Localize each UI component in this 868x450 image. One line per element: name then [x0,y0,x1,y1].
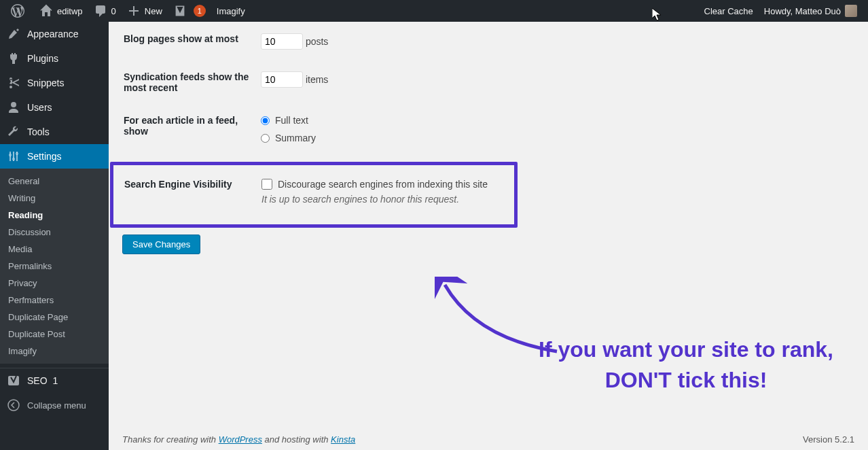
plus-icon [127,4,141,18]
svg-point-2 [16,152,18,155]
submenu-writing[interactable]: Writing [0,190,109,207]
account-link[interactable]: Howdy, Matteo Duò [759,0,863,22]
feed-full-text-radio[interactable] [261,116,270,125]
svg-point-4 [8,400,19,411]
settings-submenu: General Writing Reading Discussion Media… [0,169,109,364]
menu-appearance[interactable]: Appearance [0,22,109,46]
new-label: New [145,6,162,16]
feed-summary-radio[interactable] [261,134,270,143]
menu-label: Tools [27,126,50,137]
footer-version: Version 5.2.1 [803,434,854,445]
highlight-annotation-box: Search Engine Visibility Discourage sear… [110,162,518,228]
yoast-icon [7,374,20,387]
menu-snippets[interactable]: Snippets [0,71,109,95]
plug-icon [7,52,20,65]
feed-summary-label: Summary [275,133,316,143]
collapse-icon [7,398,20,412]
blog-pages-label: Blog pages show at most [124,23,259,60]
blog-pages-suffix: posts [306,36,328,47]
clear-cache-link[interactable]: Clear Cache [699,0,759,22]
blog-pages-input[interactable] [261,33,303,50]
submenu-general[interactable]: General [0,173,109,190]
menu-label: Plugins [27,53,58,64]
footer-thanks: Thanks for creating with WordPress and h… [122,434,355,445]
submenu-duplicate-page[interactable]: Duplicate Page [0,309,109,326]
imagify-link[interactable]: Imagify [211,0,251,22]
visibility-label: Search Engine Visibility [124,172,260,215]
visibility-note: It is up to search engines to honor this… [261,194,496,205]
comment-icon [94,4,107,18]
seo-badge: 1 [53,375,58,386]
menu-label: Users [27,102,52,113]
svg-point-1 [12,158,15,160]
clear-cache-label: Clear Cache [704,6,753,16]
submenu-discussion[interactable]: Discussion [0,224,109,241]
visibility-checkbox-label: Discourage search engines from indexing … [278,179,488,190]
settings-reading-page: Blog pages show at most posts Syndicatio… [109,22,868,450]
sliders-icon [7,150,20,163]
brush-icon [7,27,20,41]
wordpress-icon [11,4,24,18]
menu-seo[interactable]: SEO 1 [0,368,109,393]
menu-label: Settings [27,151,62,162]
svg-point-0 [9,154,12,156]
admin-sidebar: Appearance Plugins Snippets Users Tools … [0,22,109,450]
menu-settings[interactable]: Settings [0,144,109,169]
wrench-icon [7,125,20,139]
site-name: editwp [57,6,83,16]
comments-count: 0 [111,6,116,16]
feed-full-text-label: Full text [275,115,308,126]
updates-link[interactable]: 1 [168,0,211,22]
avatar [845,5,857,17]
user-icon [7,101,20,114]
menu-label: SEO [27,375,48,386]
menu-users[interactable]: Users [0,95,109,120]
submenu-media[interactable]: Media [0,241,109,258]
home-icon [39,4,53,18]
syndication-label: Syndication feeds show the most recent [124,61,259,103]
updates-badge: 1 [194,5,206,17]
submenu-privacy[interactable]: Privacy [0,275,109,292]
wp-logo[interactable] [5,0,34,22]
collapse-label: Collapse menu [27,400,86,411]
site-name-link[interactable]: editwp [34,0,88,22]
syndication-input[interactable] [261,71,303,88]
menu-tools[interactable]: Tools [0,120,109,144]
kinsta-link[interactable]: Kinsta [331,434,355,445]
menu-plugins[interactable]: Plugins [0,46,109,71]
howdy-text: Howdy, Matteo Duò [764,6,841,16]
submenu-reading[interactable]: Reading [0,207,109,224]
submenu-perfmatters[interactable]: Perfmatters [0,292,109,309]
submenu-permalinks[interactable]: Permalinks [0,258,109,275]
collapse-menu[interactable]: Collapse menu [0,393,109,417]
visibility-checkbox[interactable] [261,179,272,190]
save-changes-button[interactable]: Save Changes [122,235,200,254]
yoast-icon [173,4,187,18]
imagify-label: Imagify [217,6,245,16]
comments-link[interactable]: 0 [88,0,122,22]
menu-label: Appearance [27,29,79,39]
submenu-duplicate-post[interactable]: Duplicate Post [0,326,109,343]
submenu-imagify[interactable]: Imagify [0,343,109,360]
wordpress-link[interactable]: WordPress [219,434,262,445]
scissors-icon [7,76,20,90]
admin-toolbar: editwp 0 New 1 Imagify Clear Cache Howdy… [0,0,868,22]
menu-label: Snippets [27,77,64,88]
annotation-text: If you want your site to rank, DON'T tic… [537,334,835,396]
admin-footer: Thanks for creating with WordPress and h… [122,434,854,445]
feed-article-label: For each article in a feed, show [124,105,259,160]
syndication-suffix: items [306,74,328,85]
new-content-link[interactable]: New [122,0,168,22]
